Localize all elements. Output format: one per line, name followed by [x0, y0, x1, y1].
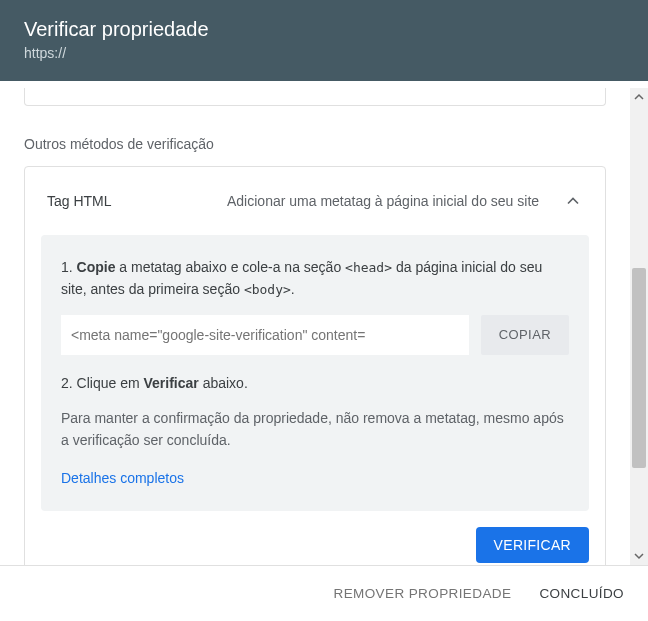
panel-header[interactable]: Tag HTML Adicionar uma metatag à página … [25, 167, 605, 235]
step1-bold: Copie [77, 259, 116, 275]
step1-end: . [291, 281, 295, 297]
dialog-title: Verificar propriedade [24, 18, 624, 41]
step1-code-head: <head> [345, 260, 392, 275]
step1-mid: a metatag abaixo e cole-a na seção [115, 259, 345, 275]
scrollbar[interactable] [630, 88, 648, 565]
step2-bold: Verificar [143, 375, 198, 391]
previous-panel-stub [24, 88, 606, 106]
details-link[interactable]: Detalhes completos [61, 470, 184, 486]
step2-suffix: abaixo. [199, 375, 248, 391]
retention-note: Para manter a confirmação da propriedade… [61, 408, 569, 451]
done-button[interactable]: CONCLUÍDO [539, 586, 624, 601]
copy-button[interactable]: COPIAR [481, 315, 569, 355]
panel-description: Adicionar uma metatag à página inicial d… [227, 191, 563, 211]
panel-body: 1. Copie a metatag abaixo e cole-a na se… [41, 235, 589, 511]
dialog-header: Verificar propriedade https:// [0, 0, 648, 81]
html-tag-panel: Tag HTML Adicionar uma metatag à página … [24, 166, 606, 565]
dialog-footer: REMOVER PROPRIEDADE CONCLUÍDO [0, 565, 648, 621]
meta-tag-input[interactable] [61, 315, 469, 355]
panel-title: Tag HTML [47, 193, 227, 209]
scroll-down-icon[interactable] [630, 547, 648, 565]
scroll-up-icon[interactable] [630, 88, 648, 106]
dialog-subtitle: https:// [24, 45, 624, 61]
verify-row: VERIFICAR [25, 527, 605, 565]
other-methods-label: Outros métodos de verificação [0, 106, 630, 166]
step-1: 1. Copie a metatag abaixo e cole-a na se… [61, 257, 569, 300]
step2-prefix: 2. Clique em [61, 375, 143, 391]
remove-property-button[interactable]: REMOVER PROPRIEDADE [334, 586, 512, 601]
chevron-up-icon [563, 191, 583, 211]
step1-code-body: <body> [244, 282, 291, 297]
meta-tag-row: COPIAR [61, 315, 569, 355]
scrollbar-thumb[interactable] [632, 268, 646, 468]
step-2: 2. Clique em Verificar abaixo. [61, 373, 569, 395]
verify-button[interactable]: VERIFICAR [476, 527, 589, 563]
dialog-content: Outros métodos de verificação Tag HTML A… [0, 88, 630, 565]
step1-num: 1. [61, 259, 77, 275]
